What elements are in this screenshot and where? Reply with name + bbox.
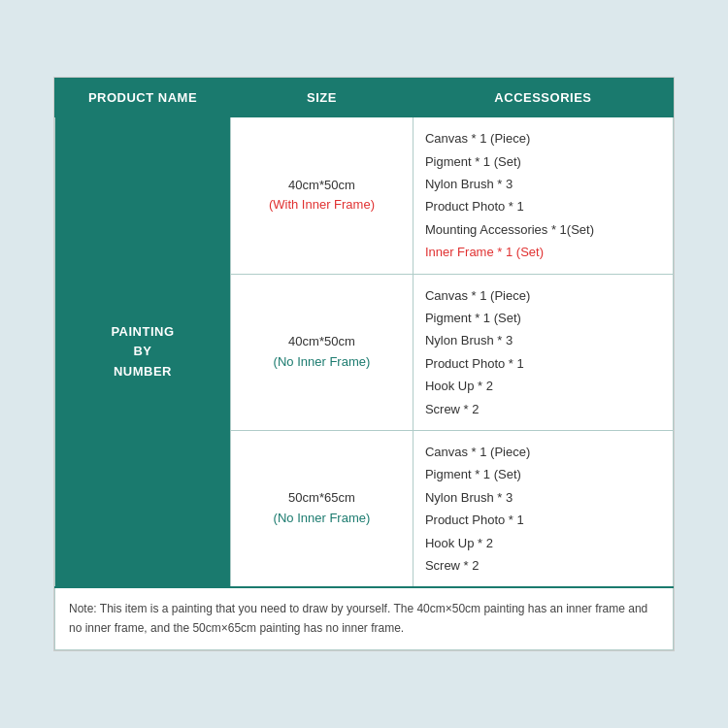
accessory-item: Screw * 2 — [425, 398, 661, 420]
accessory-item: Pigment * 1 (Set) — [425, 150, 661, 173]
header-accessories: ACCESSORIES — [413, 79, 673, 117]
accessory-item: Product Photo * 1 — [425, 509, 661, 531]
size-sub: (No Inner Frame) — [243, 352, 401, 373]
accessories-cell: Canvas * 1 (Piece)Pigment * 1 (Set)Nylon… — [413, 274, 673, 430]
table-row: PAINTINGBYNUMBER40cm*50cm(With Inner Fra… — [55, 117, 674, 274]
accessories-cell: Canvas * 1 (Piece)Pigment * 1 (Set)Nylon… — [413, 430, 673, 587]
size-sub: (With Inner Frame) — [243, 195, 401, 215]
product-table-container: PRODUCT NAME SIZE ACCESSORIES PAINTINGBY… — [53, 77, 675, 650]
size-cell: 40cm*50cm(With Inner Frame) — [230, 117, 413, 274]
accessory-item: Nylon Brush * 3 — [425, 173, 661, 195]
accessory-item: Pigment * 1 (Set) — [425, 307, 661, 329]
product-table: PRODUCT NAME SIZE ACCESSORIES PAINTINGBY… — [54, 78, 674, 649]
note-row: Note: This item is a painting that you n… — [55, 587, 674, 649]
accessory-item: Canvas * 1 (Piece) — [425, 284, 661, 307]
size-main: 50cm*65cm — [243, 488, 401, 509]
size-cell: 50cm*65cm(No Inner Frame) — [230, 430, 413, 587]
accessory-item: Canvas * 1 (Piece) — [425, 127, 661, 149]
accessory-item: Product Photo * 1 — [425, 352, 661, 375]
note-cell: Note: This item is a painting that you n… — [55, 587, 674, 649]
header-product-name: PRODUCT NAME — [55, 79, 231, 117]
accessories-cell: Canvas * 1 (Piece)Pigment * 1 (Set)Nylon… — [413, 117, 673, 274]
accessory-item: Inner Frame * 1 (Set) — [425, 241, 661, 263]
product-name-cell: PAINTINGBYNUMBER — [55, 117, 231, 588]
accessory-item: Pigment * 1 (Set) — [425, 463, 661, 485]
accessory-item: Nylon Brush * 3 — [425, 329, 661, 351]
accessory-item: Nylon Brush * 3 — [425, 486, 661, 509]
size-main: 40cm*50cm — [243, 176, 401, 196]
size-sub: (No Inner Frame) — [243, 509, 401, 529]
accessory-item: Screw * 2 — [425, 554, 661, 577]
size-cell: 40cm*50cm(No Inner Frame) — [230, 274, 413, 430]
table-header-row: PRODUCT NAME SIZE ACCESSORIES — [55, 79, 674, 117]
accessory-item: Product Photo * 1 — [425, 195, 661, 217]
header-size: SIZE — [230, 79, 413, 117]
accessory-item: Canvas * 1 (Piece) — [425, 441, 661, 463]
accessory-item: Hook Up * 2 — [425, 532, 661, 554]
accessory-item: Mounting Accessories * 1(Set) — [425, 218, 661, 241]
accessory-item: Hook Up * 2 — [425, 375, 661, 397]
size-main: 40cm*50cm — [243, 332, 401, 352]
